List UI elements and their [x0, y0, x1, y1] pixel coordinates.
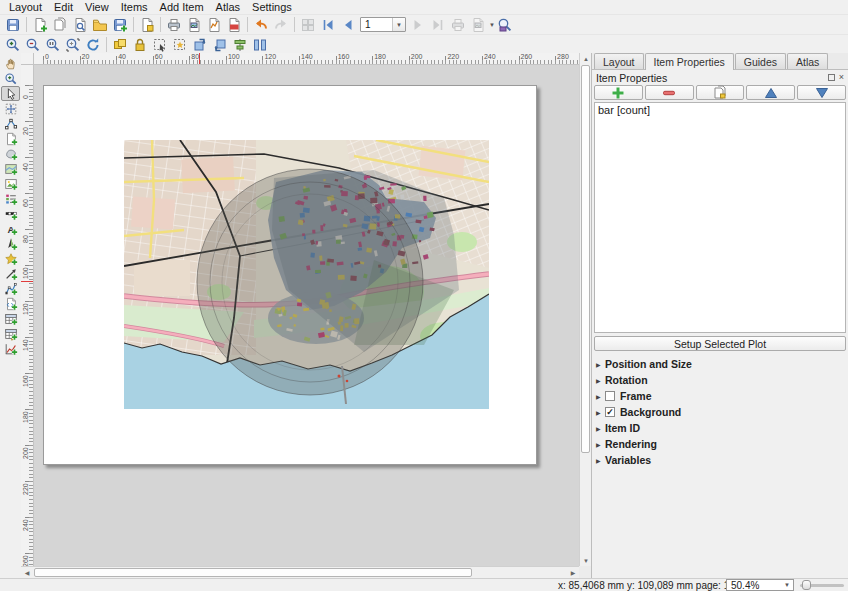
group-items-button[interactable]	[110, 36, 130, 54]
save-project-button[interactable]	[3, 16, 23, 34]
zoom-layout-tool[interactable]	[1, 71, 20, 86]
print-layout-button[interactable]	[164, 16, 184, 34]
new-layout-button[interactable]	[30, 16, 50, 34]
vertical-scroll-thumb[interactable]	[581, 65, 590, 453]
zoom-out-button[interactable]	[23, 36, 43, 54]
section-rendering[interactable]: ▶Rendering	[594, 436, 846, 452]
scroll-up-icon[interactable]: ▲	[580, 53, 592, 64]
section-rotation[interactable]: ▶Rotation	[594, 372, 846, 388]
undo-button[interactable]	[251, 16, 271, 34]
menu-item-add-item[interactable]: Add Item	[154, 0, 210, 14]
menu-item-settings[interactable]: Settings	[246, 0, 298, 14]
add-3d-map-tool[interactable]	[1, 146, 20, 161]
zoom-actual-button[interactable]	[43, 36, 63, 54]
lower-items-button[interactable]	[210, 36, 230, 54]
zoom-slider-handle[interactable]	[802, 580, 811, 590]
select-all-items-button[interactable]	[150, 36, 170, 54]
add-pages-button[interactable]	[137, 16, 157, 34]
map-item[interactable]	[124, 140, 489, 409]
move-plot-down-button[interactable]	[797, 85, 846, 100]
edit-nodes-item-tool[interactable]	[1, 116, 20, 131]
move-plot-up-button[interactable]	[746, 85, 795, 100]
tab-atlas[interactable]: Atlas	[787, 53, 828, 69]
section-variables[interactable]: ▶Variables	[594, 452, 846, 468]
add-label-tool[interactable]: A	[1, 221, 20, 236]
add-picture-tool[interactable]	[1, 176, 20, 191]
remove-plot-button[interactable]	[645, 85, 694, 100]
chevron-right-icon[interactable]: ▶	[596, 361, 605, 368]
tab-layout[interactable]: Layout	[594, 53, 644, 69]
deselect-all-button[interactable]	[170, 36, 190, 54]
add-page-tool[interactable]	[1, 131, 20, 146]
scroll-left-icon[interactable]: ◀	[21, 567, 33, 578]
raise-items-button[interactable]	[190, 36, 210, 54]
select-move-item-tool[interactable]	[1, 86, 20, 101]
zoom-in-button[interactable]	[3, 36, 23, 54]
add-arrow-tool[interactable]	[1, 266, 20, 281]
atlas-settings-button[interactable]	[495, 16, 515, 34]
zoom-full-button[interactable]	[63, 36, 83, 54]
chevron-right-icon[interactable]: ▶	[596, 409, 605, 416]
previous-feature-button[interactable]	[338, 16, 358, 34]
chevron-right-icon[interactable]: ▶	[596, 441, 605, 448]
add-node-item-tool[interactable]	[1, 281, 20, 296]
chevron-down-icon[interactable]: ▼	[781, 582, 793, 588]
menu-item-view[interactable]: View	[79, 0, 115, 14]
add-legend-tool[interactable]	[1, 191, 20, 206]
add-plot-tool[interactable]	[1, 341, 20, 356]
export-as-pdf-button[interactable]	[224, 16, 244, 34]
refresh-view-button[interactable]	[83, 36, 103, 54]
load-from-template-button[interactable]	[90, 16, 110, 34]
chevron-down-icon[interactable]: ▼	[392, 18, 405, 31]
add-north-arrow-tool[interactable]	[1, 236, 20, 251]
export-as-svg-button[interactable]	[204, 16, 224, 34]
plot-list[interactable]: bar [count]	[594, 102, 846, 333]
section-checkbox[interactable]	[605, 391, 615, 401]
atlas-page-combo[interactable]: 1▼	[360, 17, 406, 32]
first-feature-button[interactable]	[318, 16, 338, 34]
layout-manager-button[interactable]	[70, 16, 90, 34]
vertical-scrollbar[interactable]: ▲ ▼	[579, 53, 591, 566]
scroll-right-icon[interactable]: ▶	[567, 567, 579, 578]
setup-selected-plot-button[interactable]: Setup Selected Plot	[594, 336, 846, 351]
export-as-image-button[interactable]	[184, 16, 204, 34]
pan-layout-tool[interactable]	[1, 56, 20, 71]
chevron-right-icon[interactable]: ▶	[596, 377, 605, 384]
zoom-level-combo[interactable]: 50.4% ▼	[726, 579, 794, 591]
chevron-right-icon[interactable]: ▶	[596, 425, 605, 432]
chevron-right-icon[interactable]: ▶	[596, 457, 605, 464]
plot-list-item[interactable]: bar [count]	[595, 103, 845, 117]
lock-selected-items-button[interactable]	[130, 36, 150, 54]
tab-item-properties[interactable]: Item Properties	[645, 53, 734, 70]
add-scale-bar-tool[interactable]	[1, 206, 20, 221]
add-attribute-table-tool[interactable]	[1, 311, 20, 326]
add-marker-tool[interactable]	[1, 251, 20, 266]
add-plot-button[interactable]	[594, 85, 643, 100]
align-items-button[interactable]	[230, 36, 250, 54]
tab-guides[interactable]: Guides	[735, 53, 786, 69]
distribute-items-button[interactable]	[250, 36, 270, 54]
zoom-slider[interactable]	[800, 584, 844, 587]
horizontal-scroll-thumb[interactable]	[34, 568, 472, 577]
scroll-down-icon[interactable]: ▼	[580, 555, 592, 566]
menu-item-atlas[interactable]: Atlas	[210, 0, 246, 14]
section-checkbox[interactable]: ✓	[605, 407, 615, 417]
duplicate-plot-button[interactable]	[696, 85, 745, 100]
undock-panel-icon[interactable]	[828, 74, 835, 81]
duplicate-layout-button[interactable]	[50, 16, 70, 34]
menu-item-layout[interactable]: Layout	[3, 0, 48, 14]
section-position-and-size[interactable]: ▶Position and Size	[594, 356, 846, 372]
section-item-id[interactable]: ▶Item ID	[594, 420, 846, 436]
section-background[interactable]: ▶✓Background	[594, 404, 846, 420]
add-map-tool[interactable]	[1, 161, 20, 176]
chevron-right-icon[interactable]: ▶	[596, 393, 605, 400]
section-frame[interactable]: ▶Frame	[594, 388, 846, 404]
menu-item-edit[interactable]: Edit	[48, 0, 79, 14]
add-fixed-table-tool[interactable]	[1, 326, 20, 341]
horizontal-scrollbar[interactable]: ◀ ▶	[21, 566, 579, 578]
save-as-template-button[interactable]	[110, 16, 130, 34]
add-html-tool[interactable]	[1, 296, 20, 311]
layout-viewport[interactable]	[34, 65, 579, 566]
layout-page[interactable]	[43, 85, 537, 465]
move-item-content-tool[interactable]	[1, 101, 20, 116]
